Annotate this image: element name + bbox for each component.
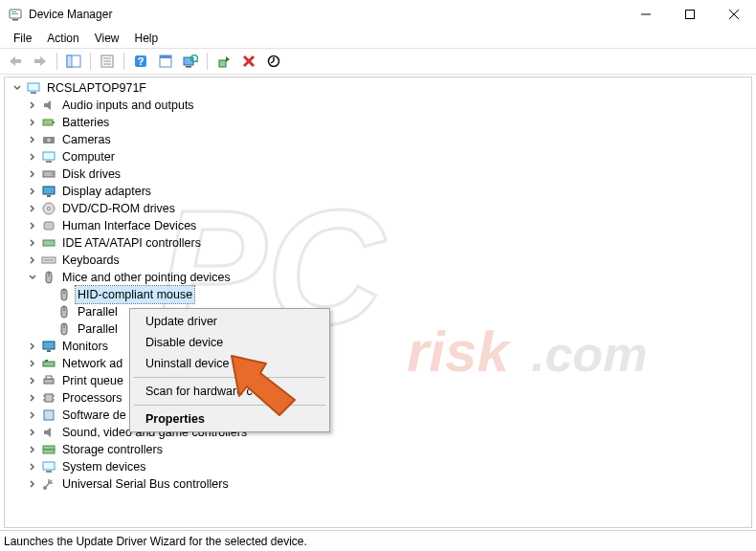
menu-bar: File Action View Help bbox=[0, 29, 756, 48]
chevron-right-icon[interactable] bbox=[26, 236, 39, 250]
disk-icon bbox=[41, 166, 56, 182]
tree-item[interactable]: IDE ATA/ATAPI controllers bbox=[5, 234, 751, 252]
mouse-icon bbox=[56, 304, 72, 320]
tree-item[interactable]: Keyboards bbox=[5, 252, 751, 269]
mouse-icon bbox=[56, 287, 72, 302]
properties-button[interactable] bbox=[96, 51, 119, 72]
svg-rect-61 bbox=[44, 379, 54, 384]
tree-item[interactable]: Display adapters bbox=[5, 183, 751, 200]
toolbar-divider bbox=[56, 53, 57, 70]
svg-rect-32 bbox=[31, 92, 36, 94]
menu-view[interactable]: View bbox=[87, 30, 127, 47]
chevron-down-icon[interactable] bbox=[26, 271, 39, 284]
title-bar: Device Manager bbox=[0, 0, 756, 29]
tree-root-label: RCSLAPTOP971F bbox=[45, 79, 148, 97]
help-button[interactable]: ? bbox=[129, 51, 152, 72]
chevron-right-icon[interactable] bbox=[26, 99, 39, 112]
tree-item[interactable]: Storage controllers bbox=[5, 441, 751, 458]
chevron-right-icon[interactable] bbox=[26, 391, 39, 405]
tree-item[interactable]: Human Interface Devices bbox=[5, 217, 751, 234]
network-icon bbox=[41, 356, 56, 371]
svg-rect-60 bbox=[45, 360, 48, 362]
tree-item[interactable]: Software de bbox=[5, 407, 751, 424]
device-tree[interactable]: RCSLAPTOP971F Audio inputs and outputs B… bbox=[5, 79, 751, 493]
tree-item[interactable]: Batteries bbox=[5, 114, 751, 131]
keyboard-icon bbox=[41, 253, 56, 268]
chevron-right-icon[interactable] bbox=[26, 253, 39, 267]
forward-button[interactable] bbox=[29, 51, 52, 72]
svg-rect-12 bbox=[34, 59, 40, 63]
tree-item[interactable]: Sound, video and game controllers bbox=[5, 424, 751, 441]
back-button[interactable] bbox=[4, 51, 27, 72]
tree-leaf[interactable]: Parallel bbox=[5, 303, 751, 320]
tree-item[interactable]: Processors bbox=[5, 389, 751, 407]
svg-rect-57 bbox=[43, 342, 55, 349]
menu-file[interactable]: File bbox=[6, 30, 39, 47]
svg-rect-22 bbox=[160, 55, 171, 58]
svg-rect-71 bbox=[43, 462, 55, 470]
tree-item[interactable]: Network ad bbox=[5, 355, 751, 372]
menu-action[interactable]: Action bbox=[39, 30, 86, 47]
disable-button[interactable] bbox=[262, 51, 285, 72]
ctx-update-driver[interactable]: Update driver bbox=[132, 311, 327, 332]
tree-item[interactable]: Computer bbox=[5, 148, 751, 165]
svg-rect-31 bbox=[28, 83, 39, 91]
app-icon bbox=[8, 7, 23, 22]
action-button[interactable] bbox=[154, 51, 177, 72]
chevron-right-icon[interactable] bbox=[26, 202, 39, 215]
svg-rect-69 bbox=[43, 446, 55, 450]
tree-item-mice[interactable]: Mice and other pointing devices bbox=[5, 269, 751, 286]
device-tree-panel: RCSLAPTOP971F Audio inputs and outputs B… bbox=[4, 77, 752, 528]
software-icon bbox=[41, 408, 56, 423]
svg-rect-70 bbox=[43, 450, 55, 453]
tree-item[interactable]: Print queue bbox=[5, 372, 751, 389]
chevron-right-icon[interactable] bbox=[26, 357, 39, 370]
chevron-right-icon[interactable] bbox=[26, 460, 39, 474]
minimize-button[interactable] bbox=[624, 0, 668, 29]
update-driver-button[interactable] bbox=[212, 51, 235, 72]
scan-hardware-button[interactable] bbox=[179, 51, 202, 72]
system-icon bbox=[41, 459, 56, 474]
show-hide-tree-button[interactable] bbox=[62, 51, 85, 72]
tree-leaf[interactable]: Parallel bbox=[5, 320, 751, 338]
printer-icon bbox=[41, 373, 56, 388]
menu-help[interactable]: Help bbox=[127, 30, 167, 47]
svg-rect-58 bbox=[47, 350, 51, 352]
chevron-right-icon[interactable] bbox=[26, 219, 39, 232]
chevron-right-icon[interactable] bbox=[26, 443, 39, 456]
chevron-right-icon[interactable] bbox=[26, 374, 39, 387]
uninstall-button[interactable] bbox=[237, 51, 260, 72]
chevron-right-icon[interactable] bbox=[26, 116, 39, 129]
tree-item[interactable]: Audio inputs and outputs bbox=[5, 97, 751, 114]
tree-item[interactable]: DVD/CD-ROM drives bbox=[5, 200, 751, 217]
tree-leaf-hid-mouse[interactable]: HID-compliant mouse bbox=[5, 286, 751, 303]
tree-item[interactable]: Universal Serial Bus controllers bbox=[5, 475, 751, 493]
maximize-button[interactable] bbox=[668, 0, 712, 29]
chevron-right-icon[interactable] bbox=[26, 133, 39, 146]
chevron-right-icon[interactable] bbox=[26, 426, 39, 439]
toolbar-divider bbox=[123, 53, 124, 70]
tree-item[interactable]: Disk drives bbox=[5, 165, 751, 183]
svg-rect-4 bbox=[12, 19, 18, 21]
chevron-right-icon[interactable] bbox=[26, 167, 39, 181]
computer-icon bbox=[41, 149, 56, 165]
dvd-icon bbox=[41, 201, 56, 216]
hid-icon bbox=[41, 218, 56, 233]
svg-line-26 bbox=[197, 61, 199, 63]
camera-icon bbox=[41, 132, 56, 147]
tree-root[interactable]: RCSLAPTOP971F bbox=[5, 79, 751, 97]
chevron-right-icon[interactable] bbox=[26, 340, 39, 353]
tree-item[interactable]: Cameras bbox=[5, 131, 751, 148]
chevron-right-icon[interactable] bbox=[26, 408, 39, 422]
tree-item[interactable]: System devices bbox=[5, 458, 751, 475]
chevron-right-icon[interactable] bbox=[26, 477, 39, 491]
tree-item[interactable]: Monitors bbox=[5, 338, 751, 355]
chevron-down-icon[interactable] bbox=[11, 81, 24, 95]
close-button[interactable] bbox=[712, 0, 756, 29]
toolbar: ? bbox=[0, 48, 756, 75]
svg-rect-62 bbox=[46, 376, 52, 379]
cpu-icon bbox=[41, 390, 56, 406]
chevron-right-icon[interactable] bbox=[26, 150, 39, 164]
chevron-right-icon[interactable] bbox=[26, 185, 39, 198]
svg-rect-34 bbox=[53, 121, 55, 123]
